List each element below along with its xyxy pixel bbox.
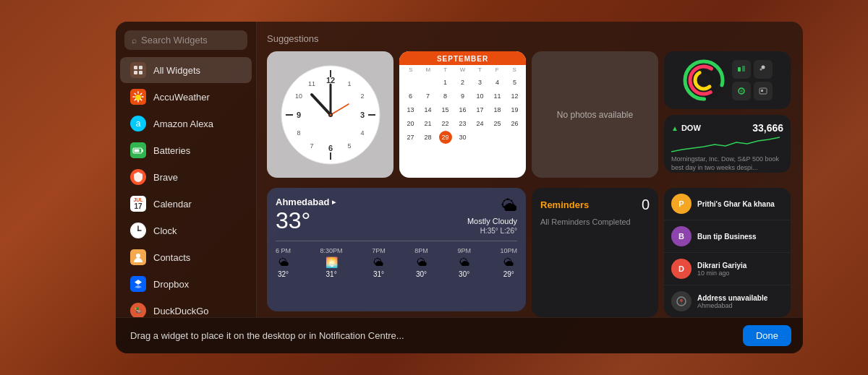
weather-hour-4: 8PM 🌥 30° (414, 247, 428, 278)
search-input[interactable] (141, 35, 240, 46)
svg-text:a: a (136, 118, 141, 129)
svg-point-39 (329, 113, 331, 116)
sidebar-item-dropbox[interactable]: Dropbox (120, 271, 252, 297)
widgets-panel: ⌕ All Widgets (116, 22, 803, 353)
sidebar-label-accuweather: AccuWeather (153, 92, 210, 103)
sidebar-item-all-widgets[interactable]: All Widgets (120, 57, 252, 83)
activity-icons (732, 60, 773, 100)
stocks-chart (671, 134, 783, 155)
weather-hi-lo: H:35° L:26° (480, 227, 517, 235)
suggestions-section-title: Suggestions (267, 33, 791, 44)
svg-rect-53 (761, 90, 763, 92)
svg-text:11: 11 (307, 80, 315, 87)
sidebar-list: All Widgets AccuWeather a Amazon Ale (116, 57, 256, 317)
svg-text:7: 7 (310, 142, 313, 150)
sidebar-icon-all-widgets (130, 62, 146, 78)
sidebar-item-calendar[interactable]: JUL 17 Calendar (120, 191, 252, 217)
svg-text:1: 1 (347, 80, 351, 87)
sidebar-label-batteries: Batteries (153, 145, 190, 156)
notif-content-3: Dikrari Gariyia 10 min ago (697, 262, 783, 277)
svg-text:9: 9 (296, 111, 300, 119)
calendar-widget: SEPTEMBER S M T W T F S 1 2 3 4 (399, 51, 526, 178)
svg-text:12: 12 (326, 76, 334, 85)
notif-item-4: 📍 Address unavailable Ahmedabad (664, 285, 791, 317)
notif-avatar-4: 📍 (671, 291, 692, 311)
sidebar-label-amazon-alexa: Amazon Alexa (153, 118, 213, 129)
search-bar[interactable]: ⌕ (124, 30, 247, 50)
sidebar: ⌕ All Widgets (116, 22, 257, 317)
sidebar-icon-dropbox (130, 276, 146, 292)
svg-point-48 (761, 66, 765, 69)
stocks-description: Morningstar, Inc. Dow, S&P 500 book best… (671, 155, 783, 172)
cluster-col: ▲ DOW 33,666 Morningstar, Inc. Dow, S&P … (664, 51, 791, 178)
weather-top-row: Ahmedabad ▸ 33° 🌥 Mostly Cloudy H:35° L:… (276, 197, 517, 235)
photos-widget: No photos available (532, 51, 658, 178)
search-icon: ⌕ (132, 35, 137, 46)
weather-hourly: 6 PM 🌥 32° 8:30PM 🌅 31° 7PM 🌥 31° (276, 241, 517, 278)
stocks-name: DOW (681, 124, 701, 132)
sidebar-icon-calendar: JUL 17 (130, 196, 146, 212)
stocks-value: 33,666 (752, 122, 783, 134)
svg-text:🦆: 🦆 (134, 306, 143, 316)
calendar-grid: 1 2 3 4 5 6 7 8 9 10 11 12 13 14 15 16 1 (399, 74, 526, 145)
reminders-count: 0 (642, 197, 650, 213)
done-button[interactable]: Done (743, 325, 791, 346)
svg-point-12 (137, 230, 139, 231)
sidebar-item-brave[interactable]: Brave (120, 164, 252, 190)
sidebar-item-accuweather[interactable]: AccuWeather (120, 84, 252, 110)
svg-text:10: 10 (294, 92, 302, 100)
svg-rect-0 (134, 66, 137, 69)
bottom-bar: Drag a widget to place it on the desktop… (116, 317, 803, 353)
sidebar-item-contacts[interactable]: Contacts (120, 244, 252, 270)
sidebar-item-duckduckgo[interactable]: 🦆 DuckDuckGo (120, 298, 252, 317)
notif-avatar-1: P (671, 194, 692, 214)
svg-rect-7 (142, 150, 143, 152)
weather-right: 🌥 Mostly Cloudy H:35° L:26° (467, 197, 517, 235)
notif-item-1: P Prithi's Ghar Ka khana (664, 188, 791, 220)
photos-no-text: No photos available (557, 110, 633, 120)
sidebar-item-batteries[interactable]: Batteries (120, 137, 252, 163)
svg-point-13 (136, 254, 140, 258)
sidebar-item-amazon-alexa[interactable]: a Amazon Alexa (120, 111, 252, 137)
notif-item-2: B Bun tip Business (664, 220, 791, 253)
sidebar-label-dropbox: Dropbox (153, 279, 189, 290)
sidebar-icon-alexa: a (130, 116, 146, 132)
notif-avatar-2: B (671, 226, 692, 246)
notif-content-4: Address unavailable Ahmedabad (697, 294, 783, 309)
weather-widget: Ahmedabad ▸ 33° 🌥 Mostly Cloudy H:35° L:… (267, 188, 526, 311)
svg-text:📍: 📍 (678, 298, 685, 306)
activity-icon-2 (754, 60, 773, 79)
svg-point-51 (740, 90, 743, 92)
reminders-status: All Reminders Completed (540, 217, 650, 226)
svg-text:2: 2 (360, 92, 364, 100)
svg-rect-3 (139, 71, 142, 74)
calendar-days-header: S M T W T F S (399, 65, 526, 74)
notif-content-1: Prithi's Ghar Ka khana (697, 200, 783, 208)
sidebar-icon-contacts (130, 249, 146, 265)
activity-icon-3 (732, 82, 751, 100)
sidebar-icon-duckduckgo: 🦆 (130, 303, 146, 317)
reminders-widget: Reminders 0 All Reminders Completed (532, 188, 658, 317)
weather-hour-5: 9PM 🌥 30° (457, 247, 471, 278)
weather-left: Ahmedabad ▸ 33° (276, 197, 336, 234)
svg-text:3: 3 (359, 111, 364, 119)
main-content: Suggestions 12 3 6 9 1 (257, 22, 803, 317)
svg-rect-47 (742, 66, 745, 72)
stocks-widget: ▲ DOW 33,666 Morningstar, Inc. Dow, S&P … (664, 115, 791, 173)
stocks-header: ▲ DOW 33,666 (671, 122, 783, 134)
sidebar-label-all-widgets: All Widgets (153, 65, 200, 76)
weather-hour-3: 7PM 🌥 31° (372, 247, 386, 278)
weather-cloud-icon: 🌥 (501, 197, 517, 215)
svg-text:5: 5 (347, 142, 351, 150)
activity-icon-1 (732, 60, 751, 79)
weather-hour-6: 10PM 🌥 29° (500, 247, 517, 278)
activity-widget (664, 51, 791, 109)
weather-condition: Mostly Cloudy (467, 217, 517, 225)
sidebar-label-clock: Clock (153, 225, 177, 236)
notifications-widget: P Prithi's Ghar Ka khana B Bun tip Busin… (664, 188, 791, 317)
svg-text:4: 4 (360, 129, 364, 137)
notif-item-3: D Dikrari Gariyia 10 min ago (664, 253, 791, 285)
activity-icon-4 (754, 82, 773, 100)
svg-text:6: 6 (328, 144, 332, 152)
sidebar-item-clock[interactable]: Clock (120, 217, 252, 243)
